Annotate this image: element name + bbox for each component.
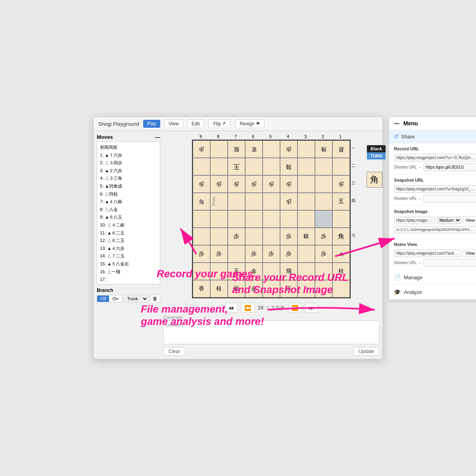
edit-button[interactable]: Edit bbox=[187, 119, 204, 128]
board-cell[interactable] bbox=[263, 193, 280, 210]
board-cell[interactable] bbox=[193, 210, 210, 228]
board-cell[interactable]: 五 bbox=[332, 193, 350, 210]
board-cell[interactable]: 金 bbox=[245, 280, 263, 298]
branch-off-button[interactable]: Off bbox=[97, 296, 109, 302]
board-cell[interactable] bbox=[193, 228, 210, 245]
snapshot-shorten-input[interactable] bbox=[423, 195, 476, 202]
manage-row[interactable]: 📄 Manage bbox=[389, 270, 476, 285]
board-cell[interactable] bbox=[315, 263, 332, 280]
board-cell[interactable]: 飛 bbox=[280, 158, 298, 175]
board-cell[interactable]: 龍 bbox=[228, 140, 245, 158]
list-item[interactable]: 14: △７二玉 bbox=[99, 252, 158, 260]
list-item[interactable]: 17: bbox=[99, 276, 158, 284]
board-cell[interactable]: 変 bbox=[245, 140, 263, 158]
board-cell[interactable] bbox=[263, 228, 280, 245]
board-cell[interactable]: 歩 bbox=[210, 175, 228, 193]
branch-select[interactable]: Trunk bbox=[123, 295, 148, 303]
list-item[interactable]: 10: △４二銀 bbox=[99, 221, 158, 229]
list-item[interactable]: 12: △６二玉 bbox=[99, 237, 158, 245]
board-cell[interactable]: 歩 bbox=[245, 175, 263, 193]
share-section[interactable]: ↺ Share bbox=[389, 130, 476, 143]
board-cell[interactable] bbox=[263, 210, 280, 228]
board-cell[interactable]: 飛 bbox=[280, 263, 298, 280]
board-cell[interactable] bbox=[210, 158, 228, 175]
board-cell[interactable] bbox=[210, 263, 228, 280]
board-cell[interactable]: 飛 bbox=[315, 140, 332, 158]
board-cell[interactable]: 歩 bbox=[210, 245, 228, 263]
snapshot-view-button[interactable]: View bbox=[463, 216, 476, 224]
trash-button[interactable]: 🗑 bbox=[150, 295, 160, 303]
nav-prev-button[interactable]: ⏪ bbox=[241, 303, 255, 313]
clear-button[interactable]: Clear bbox=[163, 347, 185, 356]
board-cell[interactable] bbox=[228, 245, 245, 263]
board-cell[interactable]: 歩 bbox=[263, 245, 280, 263]
record-url-input[interactable] bbox=[394, 154, 476, 161]
board-cell[interactable] bbox=[245, 158, 263, 175]
list-item[interactable]: 6: △同桂 bbox=[99, 190, 158, 198]
comment-textarea[interactable] bbox=[163, 321, 379, 344]
board-cell[interactable] bbox=[298, 175, 315, 193]
board-cell[interactable] bbox=[263, 280, 280, 298]
nav-first-button[interactable]: ⏮ bbox=[225, 303, 238, 313]
analyze-row[interactable]: 🎓 Analyze bbox=[389, 285, 476, 299]
board-cell[interactable] bbox=[332, 210, 350, 228]
board-cell[interactable]: 禾 bbox=[298, 280, 315, 298]
list-item[interactable]: 9: ▲６八玉 bbox=[99, 213, 158, 221]
branch-on-button[interactable]: On bbox=[109, 296, 121, 302]
board-cell[interactable] bbox=[245, 193, 263, 210]
board-cell[interactable]: 歩 bbox=[193, 245, 210, 263]
board-cell[interactable] bbox=[315, 158, 332, 175]
list-item[interactable]: 7: ▲４八銀 bbox=[99, 198, 158, 206]
board-cell[interactable] bbox=[228, 210, 245, 228]
notes-url-input[interactable] bbox=[394, 250, 461, 257]
board-cell[interactable]: 角 bbox=[332, 228, 350, 245]
board-cell[interactable] bbox=[228, 193, 245, 210]
medium-select[interactable]: Medium Small Large bbox=[437, 217, 461, 224]
board-cell[interactable]: 玉 bbox=[228, 263, 245, 280]
board-cell[interactable] bbox=[210, 210, 228, 228]
board-cell[interactable] bbox=[210, 228, 228, 245]
notes-shorten-input[interactable] bbox=[423, 259, 476, 267]
board-cell[interactable]: 歩 bbox=[280, 193, 298, 210]
board-cell[interactable] bbox=[193, 158, 210, 175]
list-item[interactable]: 3: ▲２六歩 bbox=[99, 167, 158, 175]
board-cell[interactable] bbox=[245, 228, 263, 245]
update-button[interactable]: Update bbox=[353, 347, 379, 356]
board-cell[interactable]: 香 bbox=[193, 280, 210, 298]
board-cell[interactable]: 歩 bbox=[315, 228, 332, 245]
board-cell[interactable]: 七 bbox=[332, 245, 350, 263]
board-cell[interactable] bbox=[298, 210, 315, 228]
board-cell[interactable] bbox=[210, 140, 228, 158]
embed-input[interactable] bbox=[394, 226, 476, 233]
board-cell[interactable]: 銀 bbox=[298, 228, 315, 245]
board-cell[interactable] bbox=[298, 158, 315, 175]
board-cell[interactable] bbox=[263, 158, 280, 175]
board-cell[interactable]: 桂 bbox=[332, 263, 350, 280]
flip-button[interactable]: Flip ↱ bbox=[209, 119, 230, 128]
board-cell[interactable] bbox=[210, 193, 228, 210]
board-cell[interactable]: 桂 bbox=[210, 280, 228, 298]
list-item[interactable]: 初期局面 bbox=[99, 144, 158, 152]
board-cell[interactable]: 歩 bbox=[228, 228, 245, 245]
board-cell[interactable]: 歩 bbox=[280, 228, 298, 245]
list-item[interactable]: 8: △八金 bbox=[99, 206, 158, 214]
list-item[interactable]: 15: ▲５八金右 bbox=[99, 260, 158, 268]
list-item[interactable]: 2: △３四歩 bbox=[99, 159, 158, 167]
board-cell[interactable]: 王 bbox=[228, 158, 245, 175]
moves-minimize-icon[interactable]: — bbox=[155, 134, 160, 140]
board-cell[interactable] bbox=[193, 263, 210, 280]
board-cell[interactable] bbox=[315, 175, 332, 193]
board-cell[interactable] bbox=[280, 210, 298, 228]
view-button[interactable]: View bbox=[164, 119, 183, 128]
list-item[interactable]: 18: △同飛 bbox=[99, 284, 158, 284]
list-item[interactable]: 13: ▲４六歩 bbox=[99, 245, 158, 253]
board-cell[interactable]: 歩 bbox=[193, 175, 210, 193]
board-cell[interactable]: 禾 bbox=[280, 280, 298, 298]
nav-next-button[interactable]: ⏩ bbox=[288, 303, 302, 313]
list-item[interactable]: 5: ▲同角成 bbox=[99, 182, 158, 190]
list-item[interactable]: 1: ▲７六歩 bbox=[99, 152, 158, 159]
board-cell[interactable]: 歩 bbox=[263, 175, 280, 193]
snapshot-url-input[interactable] bbox=[394, 185, 476, 193]
list-item[interactable]: 4: △３三角 bbox=[99, 175, 158, 182]
board-cell[interactable]: 歩 bbox=[280, 245, 298, 263]
